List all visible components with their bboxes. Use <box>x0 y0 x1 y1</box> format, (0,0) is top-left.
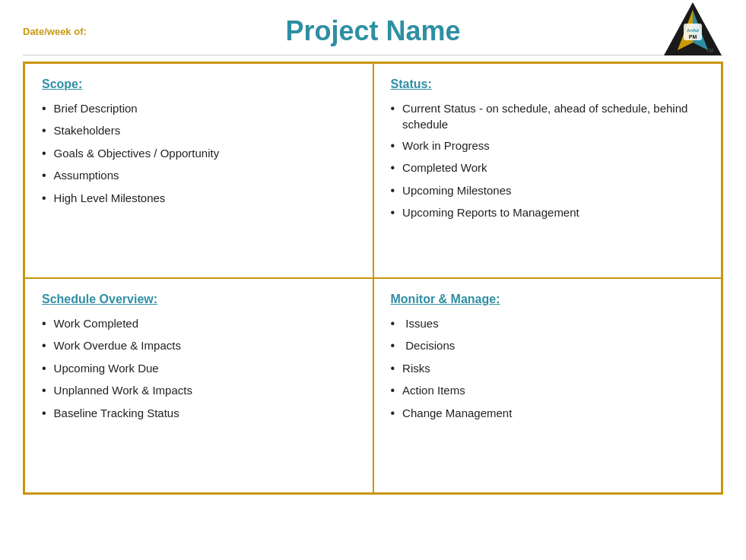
page: Date/week of: Project Name Artful PM TM <box>0 0 746 560</box>
list-item: Change Management <box>391 405 705 422</box>
monitor-cell: Monitor & Manage: Issues Decisions Risks… <box>373 278 722 493</box>
list-item: Upcoming Work Due <box>42 360 356 377</box>
status-title: Status: <box>391 78 705 91</box>
list-item: Decisions <box>391 337 705 354</box>
list-item: Unplanned Work & Impacts <box>42 382 356 399</box>
schedule-list: Work Completed Work Overdue & Impacts Up… <box>42 315 356 422</box>
monitor-title: Monitor & Manage: <box>391 293 705 306</box>
svg-text:Artful: Artful <box>687 28 699 33</box>
list-item: Assumptions <box>42 167 356 184</box>
project-title: Project Name <box>285 15 460 47</box>
list-item: Upcoming Reports to Management <box>391 204 705 221</box>
list-item: Issues <box>391 315 705 332</box>
svg-text:PM: PM <box>689 34 697 40</box>
list-item: Work in Progress <box>391 138 705 154</box>
list-item: Stakeholders <box>42 122 356 139</box>
list-item: Work Completed <box>42 315 356 332</box>
list-item: Completed Work <box>391 160 705 176</box>
status-list: Current Status - on schedule, ahead of s… <box>391 100 705 222</box>
list-item: Current Status - on schedule, ahead of s… <box>391 100 705 132</box>
list-item: Goals & Objectives / Opportunity <box>42 145 356 162</box>
main-grid: Scope: Brief Description Stakeholders Go… <box>23 62 723 495</box>
logo: Artful PM TM <box>662 1 723 62</box>
date-label: Date/week of: <box>23 26 87 37</box>
list-item: Upcoming Milestones <box>391 182 705 199</box>
list-item: Risks <box>391 360 705 377</box>
header: Date/week of: Project Name Artful PM TM <box>23 15 723 47</box>
status-cell: Status: Current Status - on schedule, ah… <box>373 63 722 278</box>
scope-title: Scope: <box>42 78 356 91</box>
list-item: Brief Description <box>42 100 356 117</box>
list-item: Work Overdue & Impacts <box>42 337 356 354</box>
schedule-cell: Schedule Overview: Work Completed Work O… <box>24 278 373 493</box>
list-item: High Level Milestones <box>42 190 356 207</box>
list-item: Action Items <box>391 382 705 399</box>
scope-list: Brief Description Stakeholders Goals & O… <box>42 100 356 207</box>
svg-text:TM: TM <box>706 48 713 53</box>
header-divider <box>23 55 723 55</box>
monitor-list: Issues Decisions Risks Action Items Chan… <box>391 315 705 422</box>
scope-cell: Scope: Brief Description Stakeholders Go… <box>24 63 373 278</box>
schedule-title: Schedule Overview: <box>42 293 356 306</box>
list-item: Baseline Tracking Status <box>42 405 356 422</box>
